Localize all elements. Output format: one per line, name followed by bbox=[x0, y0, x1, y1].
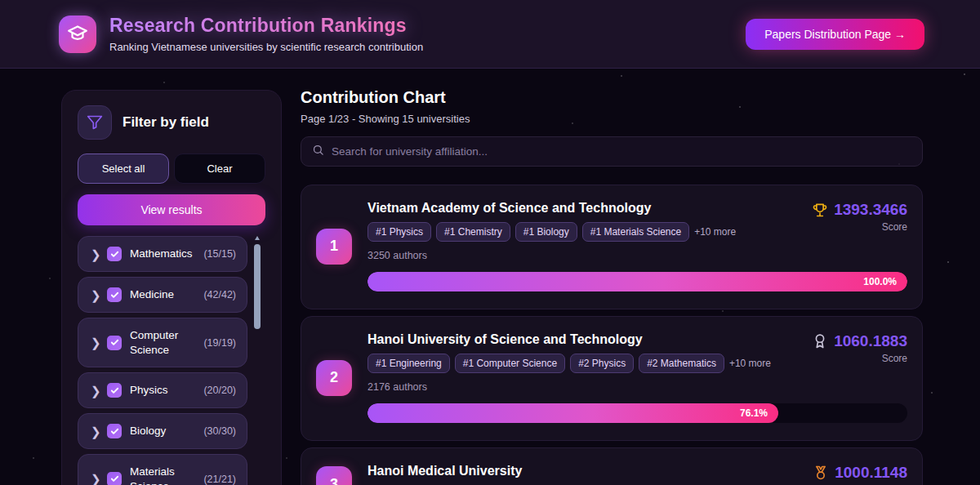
medal-icon bbox=[813, 465, 829, 481]
score-value: 1393.3466 bbox=[834, 201, 907, 219]
chevron-right-icon[interactable]: ❯ bbox=[91, 425, 99, 438]
medal-ribbon-icon bbox=[813, 465, 829, 481]
page-info: Page 1/23 - Showing 15 universities bbox=[301, 113, 923, 125]
award-medal-icon bbox=[812, 333, 828, 349]
field-rank-pill: #1 Biology bbox=[515, 222, 577, 242]
app-logo bbox=[59, 16, 96, 53]
field-checkbox[interactable] bbox=[107, 247, 122, 261]
main-content: Contribution Chart Page 1/23 - Showing 1… bbox=[301, 88, 923, 485]
clear-button[interactable]: Clear bbox=[174, 154, 265, 184]
ranking-cards: 1 Vietnam Academy of Science and Technol… bbox=[301, 185, 923, 485]
filter-item-count: (21/21) bbox=[203, 474, 236, 485]
score-block: 1060.1883 Score bbox=[812, 332, 907, 364]
more-fields-label: +10 more bbox=[729, 358, 771, 369]
field-rank-pill: #1 Physics bbox=[368, 222, 431, 242]
content-title: Contribution Chart bbox=[301, 88, 923, 107]
select-all-button[interactable]: Select all bbox=[78, 154, 169, 184]
search-input[interactable] bbox=[332, 145, 911, 158]
score-block: 1000.1148 Score bbox=[813, 464, 907, 485]
university-card: 3 Hanoi Medical University #1 Psychology… bbox=[301, 447, 923, 485]
field-checkbox[interactable] bbox=[107, 424, 122, 438]
chevron-right-icon[interactable]: ❯ bbox=[91, 336, 99, 349]
filter-funnel-icon bbox=[78, 105, 112, 140]
score-label: Score bbox=[812, 353, 907, 364]
filter-item[interactable]: ❯ Biology (30/30) bbox=[78, 413, 247, 449]
field-rank-pill: #2 Physics bbox=[570, 354, 634, 373]
field-checkbox[interactable] bbox=[107, 472, 122, 485]
chevron-right-icon[interactable]: ❯ bbox=[91, 385, 99, 397]
field-checkbox[interactable] bbox=[107, 287, 122, 302]
filter-title: Filter by field bbox=[122, 114, 209, 131]
filter-item-label: Mathematics bbox=[130, 247, 195, 261]
filter-item[interactable]: ❯ Computer Science (19/19) bbox=[78, 318, 247, 367]
search-icon bbox=[312, 144, 324, 159]
filter-item-count: (20/20) bbox=[203, 385, 236, 396]
rank-number-badge: 2 bbox=[316, 360, 352, 396]
chevron-right-icon[interactable]: ❯ bbox=[91, 248, 99, 260]
field-rank-pill: #1 Chemistry bbox=[436, 222, 510, 242]
filter-actions: Select all Clear bbox=[78, 154, 265, 184]
chevron-right-icon[interactable]: ❯ bbox=[91, 473, 99, 485]
rank-number-badge: 3 bbox=[316, 466, 352, 485]
filter-panel: Filter by field Select all Clear View re… bbox=[61, 90, 282, 485]
university-name: Hanoi Medical University bbox=[368, 464, 707, 478]
university-name: Hanoi University of Science and Technolo… bbox=[368, 332, 771, 347]
graduation-cap-icon bbox=[67, 22, 88, 47]
filter-item-label: Computer Science bbox=[130, 328, 195, 357]
progress-fill: 100.0% bbox=[368, 272, 907, 291]
filter-item-count: (15/15) bbox=[203, 248, 236, 260]
filter-item[interactable]: ❯ Mathematics (15/15) bbox=[78, 236, 247, 272]
progress-fill: 76.1% bbox=[368, 403, 778, 423]
header-titles: Research Contribution Rankings Ranking V… bbox=[109, 15, 423, 53]
score-value: 1060.1883 bbox=[834, 332, 907, 350]
progress-percent: 76.1% bbox=[740, 407, 768, 419]
view-results-button[interactable]: View results bbox=[78, 194, 265, 225]
trophy-icon bbox=[812, 202, 828, 218]
university-name: Vietnam Academy of Science and Technolog… bbox=[368, 201, 736, 216]
header: Research Contribution Rankings Ranking V… bbox=[0, 0, 980, 69]
authors-count: 3250 authors bbox=[368, 250, 736, 261]
contribution-progress-bar: 76.1% bbox=[368, 403, 907, 423]
filter-item-count: (30/30) bbox=[203, 425, 236, 437]
field-rank-pill: #1 Materials Science bbox=[582, 222, 689, 242]
medal-icon bbox=[812, 202, 828, 218]
filter-item-label: Medicine bbox=[130, 287, 195, 302]
field-rank-pill: #1 Engineering bbox=[368, 354, 450, 373]
filter-list: ❯ Mathematics (15/15) ❯ Medicine (42/42)… bbox=[78, 236, 265, 485]
search-bar bbox=[301, 136, 923, 167]
filter-item-count: (19/19) bbox=[203, 337, 236, 349]
filter-item[interactable]: ❯ Medicine (42/42) bbox=[78, 277, 247, 313]
contribution-progress-bar: 100.0% bbox=[368, 272, 907, 291]
university-card: 2 Hanoi University of Science and Techno… bbox=[301, 316, 923, 441]
field-rank-badges: #1 Engineering#1 Computer Science#2 Phys… bbox=[368, 354, 771, 373]
field-checkbox[interactable] bbox=[107, 336, 122, 350]
filter-item[interactable]: ❯ Materials Science (21/21) bbox=[78, 454, 247, 485]
score-label: Score bbox=[812, 221, 907, 233]
score-block: 1393.3466 Score bbox=[812, 201, 907, 233]
scroll-up-arrow-icon[interactable] bbox=[255, 236, 260, 240]
progress-percent: 100.0% bbox=[863, 276, 897, 287]
filter-item-label: Physics bbox=[130, 383, 195, 398]
field-rank-pill: #1 Computer Science bbox=[455, 354, 565, 373]
app-root: Research Contribution Rankings Ranking V… bbox=[0, 0, 980, 485]
medal-icon bbox=[812, 333, 828, 349]
page-subtitle: Ranking Vietnamese universities by scien… bbox=[109, 41, 423, 53]
filter-header: Filter by field bbox=[78, 105, 265, 140]
authors-count: 2176 authors bbox=[368, 381, 771, 393]
page-title: Research Contribution Rankings bbox=[109, 15, 423, 37]
chevron-right-icon[interactable]: ❯ bbox=[91, 289, 99, 301]
score-value: 1000.1148 bbox=[835, 464, 907, 482]
papers-distribution-button[interactable]: Papers Distribution Page → bbox=[746, 19, 924, 50]
filter-item-label: Biology bbox=[130, 424, 195, 438]
filter-item-label: Materials Science bbox=[130, 465, 195, 485]
more-fields-label: +10 more bbox=[694, 226, 736, 238]
filter-list-scrollbar[interactable] bbox=[254, 244, 261, 329]
university-card: 1 Vietnam Academy of Science and Technol… bbox=[301, 185, 923, 309]
field-checkbox[interactable] bbox=[107, 383, 122, 398]
field-rank-badges: #1 Physics#1 Chemistry#1 Biology#1 Mater… bbox=[368, 222, 736, 242]
field-rank-pill: #2 Mathematics bbox=[639, 354, 724, 373]
rank-number-badge: 1 bbox=[316, 229, 352, 265]
filter-item-count: (42/42) bbox=[203, 289, 236, 300]
filter-item[interactable]: ❯ Physics (20/20) bbox=[78, 372, 247, 408]
